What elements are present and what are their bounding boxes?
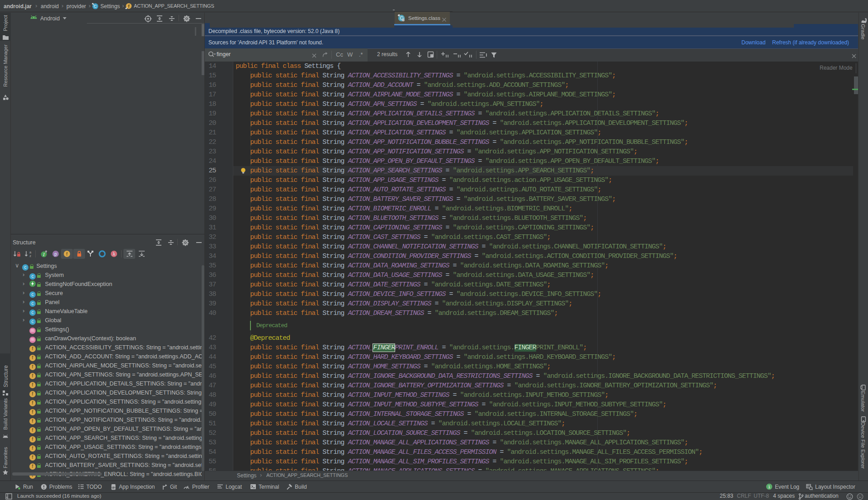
svg-text:1: 1 (768, 485, 770, 489)
